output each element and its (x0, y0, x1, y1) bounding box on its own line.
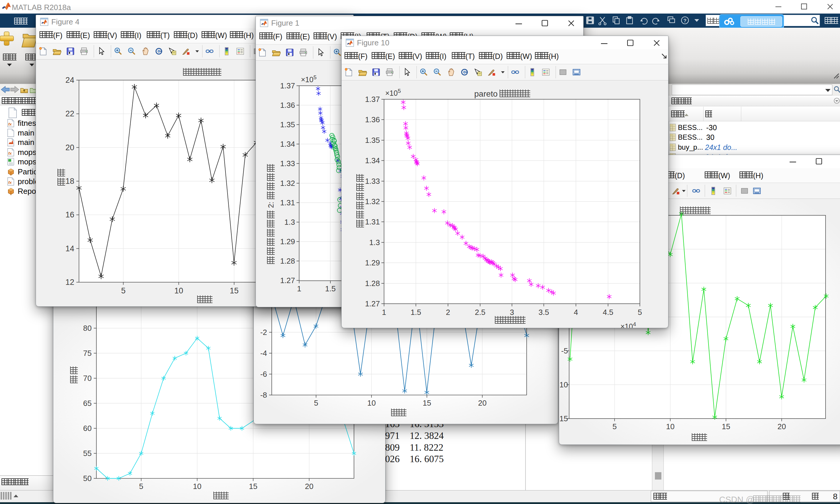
svg-text:fx: fx (8, 180, 12, 185)
svg-text:-15: -15 (559, 414, 568, 423)
svg-text:10: 10 (367, 398, 376, 408)
svg-text:1.33: 1.33 (280, 159, 295, 168)
svg-text:1.32: 1.32 (365, 197, 380, 206)
svg-text:1.28: 1.28 (280, 256, 295, 265)
svg-text:-8: -8 (260, 391, 267, 399)
svg-text:1.29: 1.29 (365, 258, 380, 267)
svg-text:fx: fx (8, 151, 12, 156)
svg-text:5: 5 (139, 482, 143, 491)
svg-text:75: 75 (83, 349, 92, 358)
svg-text:5: 5 (121, 286, 125, 295)
svg-text:1.36: 1.36 (365, 115, 380, 124)
svg-text:15: 15 (423, 398, 431, 408)
svg-text:×105: ×105 (385, 88, 401, 97)
svg-text:-5: -5 (561, 346, 568, 355)
svg-text:3: 3 (510, 308, 514, 317)
svg-text:55: 55 (83, 449, 92, 458)
svg-text:1.32: 1.32 (280, 179, 295, 187)
svg-text:-4: -4 (260, 349, 267, 358)
svg-text:18: 18 (66, 177, 74, 185)
svg-text:1.35: 1.35 (280, 120, 295, 129)
svg-text:1.31: 1.31 (280, 198, 295, 207)
svg-text:-6: -6 (260, 370, 267, 379)
svg-text:1.3: 1.3 (284, 218, 295, 227)
svg-text:1.3: 1.3 (369, 238, 380, 247)
svg-text:10: 10 (174, 286, 183, 295)
svg-text:1.28: 1.28 (365, 279, 380, 288)
svg-text:1: 1 (297, 284, 301, 293)
svg-text:15: 15 (249, 482, 258, 491)
svg-text:?: ? (683, 18, 686, 23)
svg-text:20: 20 (478, 398, 487, 408)
svg-text:10: 10 (666, 422, 675, 431)
svg-text:1.31: 1.31 (365, 217, 380, 226)
svg-text:80: 80 (83, 324, 92, 332)
svg-text:1.33: 1.33 (365, 177, 380, 185)
svg-text:20: 20 (305, 482, 314, 491)
svg-text:65: 65 (83, 399, 92, 408)
svg-text:5: 5 (314, 398, 318, 408)
svg-text:fx: fx (8, 122, 12, 126)
svg-text:1.27: 1.27 (280, 276, 295, 285)
svg-text:1.5: 1.5 (325, 284, 336, 293)
svg-text:3.5: 3.5 (539, 308, 549, 317)
svg-text:70: 70 (83, 374, 92, 383)
svg-text:1.34: 1.34 (280, 140, 295, 148)
svg-text:20: 20 (777, 422, 786, 431)
svg-text:-10: -10 (559, 380, 568, 389)
svg-text:60: 60 (83, 424, 92, 433)
svg-text:4.5: 4.5 (603, 308, 613, 317)
svg-text:1: 1 (382, 308, 386, 317)
svg-text:1.37: 1.37 (365, 95, 380, 104)
svg-text:1.35: 1.35 (365, 136, 380, 145)
svg-text:1.5: 1.5 (410, 308, 421, 317)
svg-text:-2: -2 (260, 328, 267, 337)
svg-text:14: 14 (66, 244, 74, 253)
svg-text:24: 24 (66, 76, 74, 85)
svg-text:20: 20 (66, 143, 74, 152)
svg-text:22: 22 (66, 109, 74, 118)
svg-text:16: 16 (66, 210, 74, 219)
svg-text:2.5: 2.5 (475, 308, 486, 317)
svg-text:1.29: 1.29 (280, 237, 295, 246)
svg-text:5: 5 (612, 422, 617, 431)
svg-text:15: 15 (230, 286, 239, 295)
svg-text:5: 5 (638, 308, 642, 317)
svg-text:×105: ×105 (301, 74, 317, 84)
svg-text:50: 50 (83, 474, 92, 483)
svg-text:1.37: 1.37 (280, 81, 295, 90)
svg-text:1.27: 1.27 (365, 299, 380, 308)
svg-text:10: 10 (193, 482, 202, 491)
svg-text:15: 15 (722, 422, 730, 431)
svg-text:×104: ×104 (620, 321, 636, 328)
svg-text:1.36: 1.36 (280, 101, 295, 110)
svg-text:2: 2 (446, 308, 450, 317)
svg-text:4: 4 (574, 308, 578, 317)
svg-text:12: 12 (66, 278, 74, 287)
svg-text:1.34: 1.34 (365, 156, 380, 165)
